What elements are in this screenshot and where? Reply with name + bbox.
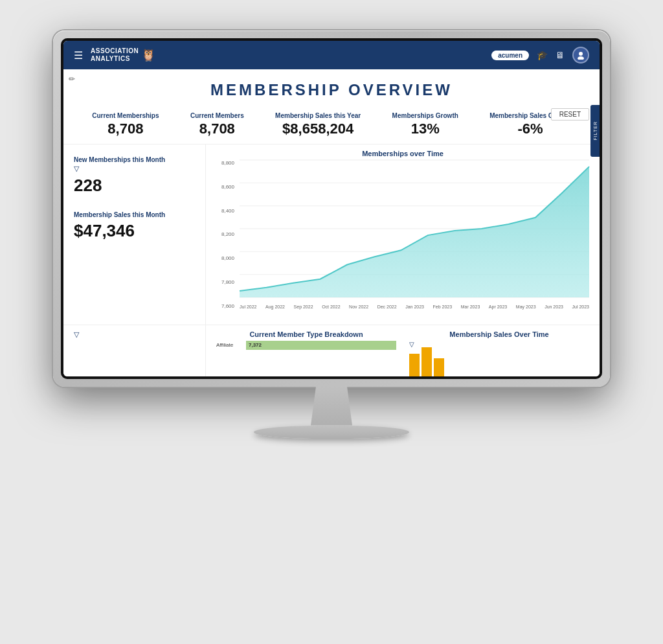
bottom-section: ▽ Current Member Type Breakdown Affi	[63, 325, 600, 376]
filter-down-icon[interactable]: ▽	[74, 165, 79, 173]
sales-over-time-title: Membership Sales Over Time	[409, 330, 589, 338]
monitor-frame: ☰ ASSOCIATION ANALYTICS 🦉	[53, 30, 610, 387]
kpi-growth-label: Memberships Growth	[392, 112, 458, 119]
kpi-growth: Memberships Growth 13%	[392, 112, 458, 137]
bottom-right: Current Member Type Breakdown Affiliate …	[206, 325, 600, 376]
new-memberships-value: 228	[74, 176, 195, 196]
kpi-current-memberships-label: Current Memberships	[92, 112, 159, 119]
kpi-current-members: Current Members 8,708	[190, 112, 244, 137]
bottom-left: ▽	[63, 325, 206, 376]
monitor-neck	[306, 387, 357, 426]
chart-x-labels: Jul 2022 Aug 2022 Sep 2022 Oct 2022 Nov …	[240, 305, 589, 309]
kpi-current-memberships: Current Memberships 8,708	[92, 112, 159, 137]
kpi-current-members-label: Current Members	[190, 112, 244, 119]
logo-owl-icon: 🦉	[141, 48, 155, 62]
sales-bar-3	[434, 358, 444, 376]
header: ☰ ASSOCIATION ANALYTICS 🦉	[63, 41, 600, 69]
page-title: MEMBERSHIP OVERVIEW	[63, 69, 600, 106]
svg-point-1	[578, 56, 584, 60]
screen: ☰ ASSOCIATION ANALYTICS 🦉	[63, 41, 600, 376]
bottom-filter-icon[interactable]: ▽	[74, 330, 79, 339]
avatar[interactable]	[572, 47, 589, 63]
affiliate-bar-row: Affiliate 7,372	[216, 341, 396, 350]
chart-area-svg	[240, 160, 589, 297]
acumen-badge: acumen	[491, 51, 529, 60]
kpi-sales-year-label: Membership Sales this Year	[275, 112, 361, 119]
header-left: ☰ ASSOCIATION ANALYTICS 🦉	[74, 47, 155, 63]
main-content: ✏ MEMBERSHIP OVERVIEW RESET FILTER Curre…	[63, 69, 600, 376]
memberships-over-time-title: Memberships over Time	[216, 150, 589, 157]
kpi-current-memberships-value: 8,708	[92, 121, 159, 137]
hamburger-icon[interactable]: ☰	[74, 49, 83, 62]
sales-bar-2	[421, 347, 432, 376]
affiliate-bar: 7,372	[246, 341, 396, 350]
member-type-title: Current Member Type Breakdown	[216, 330, 396, 338]
sales-month-label: Membership Sales this Month	[74, 211, 195, 218]
sales-bar-1	[409, 354, 420, 376]
affiliate-value: 7,372	[249, 342, 262, 348]
app: ☰ ASSOCIATION ANALYTICS 🦉	[63, 41, 600, 376]
scene: ☰ ASSOCIATION ANALYTICS 🦉	[40, 30, 623, 614]
kpi-sales-year-value: $8,658,204	[275, 121, 361, 137]
header-right: acumen 🎓 🖥	[491, 47, 589, 63]
kpi-growth-value: 13%	[392, 121, 458, 137]
filter-panel-label: FILTER	[593, 121, 598, 141]
dashboard-body: New Memberships this Month ▽ 228 Members…	[63, 144, 600, 325]
monitor-bezel: ☰ ASSOCIATION ANALYTICS 🦉	[61, 38, 602, 379]
kpi-sales-year: Membership Sales this Year $8,658,204	[275, 112, 361, 137]
new-memberships-label: New Memberships this Month	[74, 156, 195, 163]
kpi-sales-growth-value: -6%	[489, 121, 571, 137]
monitor: ☰ ASSOCIATION ANALYTICS 🦉	[53, 30, 610, 387]
sales-over-time-mini: Membership Sales Over Time ▽	[409, 330, 589, 376]
svg-point-0	[579, 52, 583, 56]
sales-month-value: $47,346	[74, 221, 195, 241]
kpi-current-members-value: 8,708	[190, 121, 244, 137]
reset-button[interactable]: RESET	[551, 108, 589, 121]
area-chart: 8,800 8,600 8,400 8,200 8,000 7,800 7,60…	[216, 160, 589, 309]
sales-mini-chart	[409, 351, 589, 376]
right-panel: Memberships over Time 8,800 8,600 8,400	[206, 144, 600, 325]
kpi-row: Current Memberships 8,708 Current Member…	[63, 106, 600, 144]
monitor-base	[254, 426, 409, 439]
education-icon[interactable]: 🎓	[537, 50, 548, 60]
chart-y-labels: 8,800 8,600 8,400 8,200 8,000 7,800 7,60…	[216, 160, 237, 309]
member-type-breakdown: Current Member Type Breakdown Affiliate …	[216, 330, 396, 376]
pencil-icon[interactable]: ✏	[69, 75, 75, 84]
sales-filter-icon[interactable]: ▽	[409, 341, 414, 348]
logo-text: ASSOCIATION ANALYTICS	[91, 47, 139, 63]
monitor-icon[interactable]: 🖥	[556, 50, 565, 60]
left-panel: New Memberships this Month ▽ 228 Members…	[63, 144, 206, 325]
affiliate-label: Affiliate	[216, 342, 242, 348]
